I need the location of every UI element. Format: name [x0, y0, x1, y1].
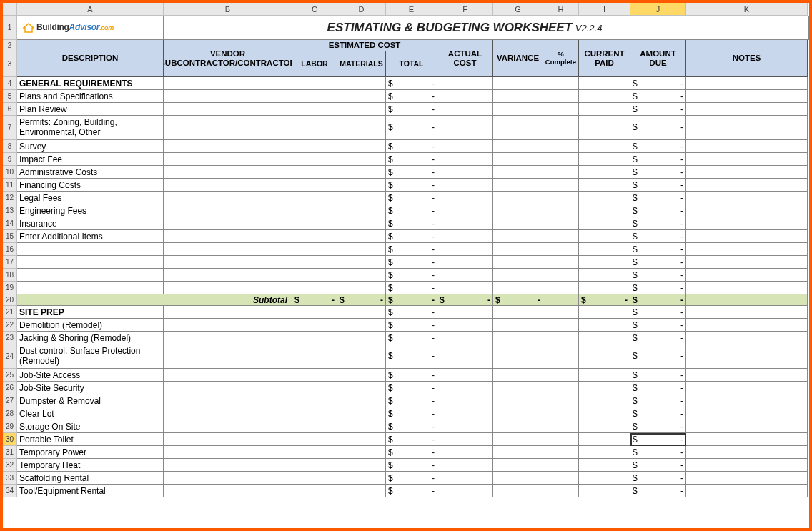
cell-K[interactable] [686, 217, 808, 230]
cell-C[interactable] [292, 282, 337, 294]
cell-C[interactable] [292, 394, 337, 407]
cell-G[interactable] [493, 179, 543, 192]
cell-F[interactable] [437, 269, 493, 282]
row-number-17[interactable]: 17 [3, 256, 17, 269]
column-header-F[interactable]: F [437, 3, 493, 16]
cell-E[interactable]: $- [386, 116, 437, 140]
cell-B[interactable] [164, 394, 292, 407]
cell-D[interactable] [337, 282, 386, 294]
cell-G[interactable] [493, 319, 543, 332]
cell-H[interactable] [543, 369, 579, 382]
row-number-6[interactable]: 6 [3, 103, 17, 116]
cell-K[interactable] [686, 243, 808, 256]
cell-B[interactable] [164, 485, 292, 497]
cell-E[interactable]: $- [386, 446, 437, 459]
cell-B[interactable] [164, 282, 292, 294]
cell-J[interactable]: $- [630, 459, 686, 472]
cell-E[interactable]: $- [386, 319, 437, 332]
column-header-I[interactable]: I [579, 3, 630, 16]
cell-F[interactable] [437, 420, 493, 433]
cell-C[interactable] [292, 179, 337, 192]
cell-G[interactable] [493, 243, 543, 256]
cell-H[interactable] [543, 319, 579, 332]
cell-D[interactable] [337, 459, 386, 472]
cell-D[interactable] [337, 179, 386, 192]
cell-F[interactable] [437, 192, 493, 204]
description-cell[interactable]: Temporary Power [17, 446, 164, 459]
description-cell[interactable]: Insurance [17, 217, 164, 230]
cell-F[interactable] [437, 446, 493, 459]
cell-E[interactable]: $- [386, 382, 437, 394]
cell-J[interactable]: $- [630, 166, 686, 179]
cell-B[interactable] [164, 420, 292, 433]
cell-C[interactable] [292, 407, 337, 420]
cell-D[interactable] [337, 256, 386, 269]
cell-J[interactable]: $- [630, 192, 686, 204]
cell-D[interactable] [337, 230, 386, 243]
cell-B[interactable] [164, 306, 292, 319]
cell-D[interactable] [337, 217, 386, 230]
cell-C[interactable] [292, 204, 337, 217]
cell-F[interactable] [437, 485, 493, 497]
cell-F[interactable] [437, 103, 493, 116]
cell-K[interactable] [686, 116, 808, 140]
cell-C[interactable] [292, 243, 337, 256]
cell-I[interactable] [579, 116, 630, 140]
cell-C[interactable] [292, 319, 337, 332]
cell-I[interactable] [579, 243, 630, 256]
cell-G[interactable] [493, 269, 543, 282]
row-number-34[interactable]: 34 [3, 485, 17, 497]
cell-C[interactable] [292, 153, 337, 166]
description-cell[interactable]: Plan Review [17, 103, 164, 116]
cell-C[interactable] [292, 256, 337, 269]
cell-H[interactable] [543, 204, 579, 217]
cell-K[interactable] [686, 369, 808, 382]
cell-J[interactable]: $- [630, 217, 686, 230]
subtotal-C[interactable]: $- [292, 294, 337, 306]
cell-G[interactable] [493, 394, 543, 407]
cell-J[interactable]: $- [630, 394, 686, 407]
cell-H[interactable] [543, 192, 579, 204]
row-number-33[interactable]: 33 [3, 472, 17, 485]
cell-E[interactable]: $- [386, 344, 437, 369]
cell-I[interactable] [579, 420, 630, 433]
cell-G[interactable] [493, 472, 543, 485]
description-cell[interactable] [17, 256, 164, 269]
cell-J[interactable]: $- [630, 282, 686, 294]
cell-G[interactable] [493, 230, 543, 243]
cell-B[interactable] [164, 166, 292, 179]
description-cell[interactable]: Portable Toilet [17, 433, 164, 446]
cell-K[interactable] [686, 472, 808, 485]
cell-F[interactable] [437, 256, 493, 269]
description-cell[interactable]: Permits: Zoning, Building, Environmental… [17, 116, 164, 140]
cell-K[interactable] [686, 204, 808, 217]
cell-B[interactable] [164, 179, 292, 192]
cell-K[interactable] [686, 179, 808, 192]
subtotal-J[interactable]: $- [630, 294, 686, 306]
cell-H[interactable] [543, 446, 579, 459]
description-cell[interactable]: Storage On Site [17, 420, 164, 433]
cell-J[interactable]: $- [630, 140, 686, 153]
description-cell[interactable]: Financing Costs [17, 179, 164, 192]
row-number-25[interactable]: 25 [3, 369, 17, 382]
cell-E[interactable]: $- [386, 256, 437, 269]
cell-G[interactable] [493, 153, 543, 166]
cell-C[interactable] [292, 459, 337, 472]
cell-E[interactable]: $- [386, 306, 437, 319]
cell-C[interactable] [292, 77, 337, 90]
cell-D[interactable] [337, 344, 386, 369]
cell-E[interactable]: $- [386, 217, 437, 230]
cell-B[interactable] [164, 140, 292, 153]
cell-K[interactable] [686, 77, 808, 90]
cell-E[interactable]: $- [386, 269, 437, 282]
cell-D[interactable] [337, 204, 386, 217]
cell-H[interactable] [543, 407, 579, 420]
cell-D[interactable] [337, 332, 386, 344]
cell-D[interactable] [337, 166, 386, 179]
cell-F[interactable] [437, 369, 493, 382]
cell-I[interactable] [579, 319, 630, 332]
cell-I[interactable] [579, 344, 630, 369]
cell-B[interactable] [164, 369, 292, 382]
cell-J[interactable]: $- [630, 179, 686, 192]
cell-E[interactable]: $- [386, 459, 437, 472]
